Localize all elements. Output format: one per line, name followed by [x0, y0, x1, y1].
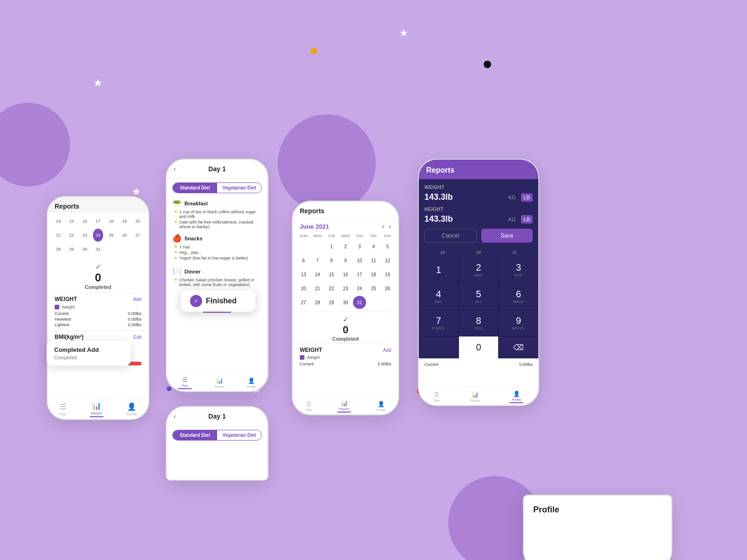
key-1[interactable]: 1	[419, 257, 458, 283]
cal-cell[interactable]: 21	[53, 229, 63, 242]
cal-cell[interactable]: 26	[381, 282, 394, 295]
cal-cell[interactable]: 27	[133, 229, 143, 242]
prev-month-button[interactable]: ‹	[382, 223, 385, 230]
nav-plan[interactable]: ☰ Plan	[434, 392, 440, 402]
phone2-diet-tabs: Standard Diet Vegetarian Diet	[172, 182, 262, 193]
tab-standard-diet[interactable]: Standard Diet	[173, 430, 217, 440]
cal-cell[interactable]: 21	[311, 282, 324, 295]
key-4[interactable]: 4GHI	[419, 283, 458, 309]
cal-cell[interactable]: 16	[80, 215, 90, 228]
height-lb-button[interactable]: LB	[521, 215, 533, 224]
day-wed: WED	[339, 234, 352, 238]
tab-vegetarian-diet[interactable]: Vegetarian Diet	[217, 430, 261, 440]
cal-cell[interactable]: 18	[106, 215, 116, 228]
nav-profile[interactable]: 👤 Profile	[509, 391, 523, 403]
cal-cell[interactable]: 25	[106, 229, 116, 242]
cal-cell[interactable]: 20	[133, 215, 143, 228]
cal-cell-selected[interactable]: 24	[93, 229, 103, 242]
key-2[interactable]: 2ABC	[459, 257, 499, 283]
cal-cell[interactable]: 28	[311, 296, 324, 309]
cal-cell[interactable]: 30	[80, 243, 90, 256]
nav-report[interactable]: 📊 Report	[90, 401, 104, 417]
key-0[interactable]: 0	[459, 336, 499, 358]
cal-cell-selected[interactable]: 31	[353, 296, 366, 309]
next-month-button[interactable]: ›	[389, 223, 391, 230]
snacks-title: Snacks	[184, 236, 203, 241]
tab-standard-diet[interactable]: Standard Diet	[173, 183, 217, 193]
nav-profile[interactable]: 👤 Profile	[127, 402, 137, 416]
cal-partial-cell[interactable]: 31	[509, 250, 520, 255]
nav-report[interactable]: 📊 Report	[215, 378, 225, 388]
nav-plan[interactable]: ☰ Plan	[305, 401, 312, 412]
cal-cell[interactable]: 2	[339, 240, 352, 253]
cal-partial-cell[interactable]: 29	[437, 250, 448, 255]
cal-cell[interactable]: 15	[66, 215, 77, 228]
weight-field-label: WEIGHT	[424, 185, 533, 190]
save-button[interactable]: Save	[481, 229, 533, 243]
cal-partial-cell[interactable]: 30	[473, 250, 484, 255]
cal-cell[interactable]: 17	[93, 215, 103, 228]
cal-cell[interactable]: 31	[93, 243, 103, 256]
key-5[interactable]: 5JKL	[459, 283, 499, 309]
key-7[interactable]: 7PQRS	[419, 310, 458, 336]
meal-text: 1 cup of tea or black coffee without sug…	[179, 210, 262, 219]
report-icon: 📊	[341, 400, 348, 406]
cal-cell[interactable]: 14	[53, 215, 63, 228]
key-backspace[interactable]: ⌫	[499, 336, 538, 358]
key-3[interactable]: 3DEF	[499, 257, 538, 283]
breakfast-title: Breakfast	[184, 201, 208, 206]
cal-cell[interactable]: 1	[325, 240, 338, 253]
height-kg-button[interactable]: KG	[506, 215, 518, 224]
key-9[interactable]: 9WXYZ	[499, 310, 538, 336]
cal-cell[interactable]: 17	[353, 268, 366, 281]
cal-cell[interactable]: 24	[353, 282, 366, 295]
key-8[interactable]: 8TUV	[459, 310, 499, 336]
nav-profile[interactable]: 👤 Profile	[247, 378, 256, 388]
nav-plan[interactable]: ☰ Plan	[59, 402, 67, 416]
cal-cell[interactable]: 23	[339, 282, 352, 295]
cal-cell[interactable]: 13	[297, 268, 310, 281]
cal-cell[interactable]: 16	[339, 268, 352, 281]
cal-cell[interactable]: 23	[80, 229, 90, 242]
add-button[interactable]: Add	[383, 348, 391, 353]
cal-cell[interactable]: 8	[325, 254, 338, 267]
add-button[interactable]: Add	[133, 297, 141, 302]
height-value: 143.3lb	[424, 214, 503, 224]
cal-cell[interactable]: 15	[325, 268, 338, 281]
cal-cell[interactable]: 30	[339, 296, 352, 309]
phone5-back-button[interactable]: ‹	[174, 413, 176, 420]
bmi-edit-button[interactable]: Edit	[134, 335, 141, 340]
cal-cell[interactable]: 19	[381, 268, 394, 281]
cal-cell[interactable]: 29	[66, 243, 77, 256]
cal-cell[interactable]: 22	[325, 282, 338, 295]
key-6[interactable]: 6MNO	[499, 283, 538, 309]
cal-cell[interactable]: 27	[297, 296, 310, 309]
weight-kg-button[interactable]: KG	[506, 193, 518, 202]
nav-plan[interactable]: ☰ Plan	[178, 377, 192, 389]
cal-cell[interactable]: 14	[311, 268, 324, 281]
tab-vegetarian-diet[interactable]: Vegetarian Diet	[217, 183, 261, 193]
nav-report[interactable]: 📊 Report	[337, 400, 351, 413]
nav-profile[interactable]: 👤 Profile	[376, 401, 386, 412]
cal-cell[interactable]: 5	[381, 240, 394, 253]
cal-cell[interactable]: 12	[381, 254, 394, 267]
nav-report[interactable]: 📊 Report	[470, 392, 480, 402]
cal-cell[interactable]: 26	[120, 229, 130, 242]
cal-cell[interactable]: 20	[297, 282, 310, 295]
cal-cell[interactable]: 11	[367, 254, 380, 267]
cal-cell[interactable]: 6	[297, 254, 310, 267]
cal-cell[interactable]: 10	[353, 254, 366, 267]
cancel-button[interactable]: Cancel	[424, 229, 477, 243]
cal-cell[interactable]: 29	[325, 296, 338, 309]
cal-cell[interactable]: 28	[53, 243, 63, 256]
cal-cell[interactable]: 22	[66, 229, 77, 242]
cal-cell[interactable]: 9	[339, 254, 352, 267]
phone2-back-button[interactable]: ‹	[174, 165, 176, 173]
weight-lb-button[interactable]: LB	[521, 193, 533, 202]
cal-cell[interactable]: 19	[120, 215, 130, 228]
cal-cell[interactable]: 4	[367, 240, 380, 253]
cal-cell[interactable]: 7	[311, 254, 324, 267]
cal-cell[interactable]: 3	[353, 240, 366, 253]
cal-cell[interactable]: 25	[367, 282, 380, 295]
cal-cell[interactable]: 18	[367, 268, 380, 281]
